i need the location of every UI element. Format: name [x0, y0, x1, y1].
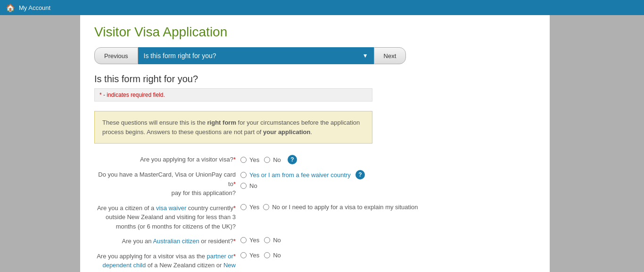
- required-marker-2: *: [233, 180, 236, 187]
- radio-q3-yes[interactable]: [240, 204, 247, 210]
- radio-q4-no[interactable]: [264, 237, 270, 243]
- radio-q1-no[interactable]: [264, 157, 270, 163]
- label-q3-yes[interactable]: Yes: [249, 204, 259, 211]
- answer-row-3-no: No or I need to apply for a visa to expl…: [263, 204, 418, 211]
- question-answers-1: Yes No ?: [240, 155, 297, 164]
- answer-row-5-yes: Yes: [240, 252, 259, 259]
- question-label-3: Are you a citizen of a visa waiver count…: [94, 204, 240, 231]
- question-answers-5: Yes No: [240, 252, 281, 259]
- radio-q2-no[interactable]: [240, 183, 247, 189]
- required-marker-3: *: [233, 204, 236, 212]
- page-title: Visitor Visa Application: [94, 25, 536, 40]
- answer-row-2-no: No: [240, 182, 365, 189]
- home-icon[interactable]: 🏠: [6, 3, 15, 12]
- required-note: * - indicates required field.: [94, 88, 372, 102]
- question-label-1: Are you applying for a visitor visa?*: [94, 155, 240, 164]
- radio-q2-yes[interactable]: [240, 172, 247, 178]
- page-outer: Visitor Visa Application Previous Is thi…: [0, 15, 644, 272]
- answer-row-2-yes: Yes or I am from a fee waiver country ?: [240, 170, 365, 179]
- radio-q3-no[interactable]: [263, 204, 269, 210]
- question-row-5: Are you applying for a visitor visa as t…: [94, 252, 536, 272]
- radio-q5-no[interactable]: [264, 252, 270, 258]
- australian-citizen-link[interactable]: Australian citizen: [153, 238, 199, 245]
- question-label-4: Are you an Australian citizen or residen…: [94, 237, 240, 246]
- questions-section: Are you applying for a visitor visa?* Ye…: [94, 155, 536, 272]
- answer-row-5-no: No: [264, 252, 281, 259]
- answer-row-1-yes: Yes: [240, 156, 259, 163]
- question-answers-4: Yes No: [240, 237, 281, 244]
- sidebar-right: [550, 15, 644, 272]
- radio-q5-yes[interactable]: [240, 252, 247, 258]
- nav-dropdown-label: Is this form right for you?: [144, 52, 216, 60]
- required-asterisk: *: [99, 92, 102, 98]
- chevron-down-icon: ▼: [363, 52, 368, 59]
- radio-q4-yes[interactable]: [240, 237, 247, 243]
- question-answers-2: Yes or I am from a fee waiver country ? …: [240, 170, 365, 189]
- sidebar-left: [0, 15, 80, 272]
- label-q5-yes[interactable]: Yes: [249, 252, 259, 259]
- my-account-link[interactable]: My Account: [19, 4, 50, 11]
- info-box-text: These questions will ensure this is the …: [102, 119, 360, 136]
- label-q2-no[interactable]: No: [249, 182, 257, 189]
- previous-button[interactable]: Previous: [94, 47, 138, 64]
- answer-row-1-no: No: [264, 156, 281, 163]
- label-q4-no[interactable]: No: [273, 237, 281, 244]
- required-marker-4: *: [233, 238, 236, 245]
- question-label-5: Are you applying for a visitor visa as t…: [94, 252, 240, 272]
- question-row-2: Do you have a MasterCard, Visa or UnionP…: [94, 170, 536, 198]
- label-q4-yes[interactable]: Yes: [249, 237, 259, 244]
- help-icon-q1[interactable]: ?: [288, 155, 297, 164]
- answer-row-4-no: No: [264, 237, 281, 244]
- dependent-child-link[interactable]: dependent child: [102, 262, 146, 269]
- question-row-3: Are you a citizen of a visa waiver count…: [94, 204, 536, 231]
- nav-bar: Previous Is this form right for you? ▼ N…: [94, 47, 536, 64]
- label-q1-yes[interactable]: Yes: [249, 156, 259, 163]
- nz-visa-holder-link[interactable]: NewZealand visa holder: [179, 262, 236, 272]
- label-q5-no[interactable]: No: [273, 252, 281, 259]
- top-bar: 🏠 My Account: [0, 0, 644, 15]
- question-row-4: Are you an Australian citizen or residen…: [94, 237, 536, 246]
- partner-link[interactable]: partner or: [207, 253, 233, 260]
- question-answers-3: Yes No or I need to apply for a visa to …: [240, 204, 418, 211]
- required-note-text: - indicates required field.: [103, 92, 165, 98]
- help-icon-q2[interactable]: ?: [355, 170, 365, 179]
- nav-dropdown[interactable]: Is this form right for you? ▼: [138, 47, 374, 64]
- info-box: These questions will ensure this is the …: [94, 111, 372, 144]
- section-title: Is this form right for you?: [94, 74, 536, 85]
- visa-waiver-link[interactable]: visa waiver: [156, 204, 186, 212]
- question-label-2: Do you have a MasterCard, Visa or UnionP…: [94, 170, 240, 198]
- main-content: Visitor Visa Application Previous Is thi…: [80, 15, 550, 272]
- label-q3-no[interactable]: No or I need to apply for a visa to expl…: [272, 204, 418, 211]
- answer-row-4-yes: Yes: [240, 237, 259, 244]
- radio-q1-yes[interactable]: [240, 157, 247, 163]
- required-marker-1: *: [233, 156, 236, 163]
- required-marker-5: *: [233, 253, 236, 260]
- question-row-1: Are you applying for a visitor visa?* Ye…: [94, 155, 536, 164]
- label-q2-yes[interactable]: Yes or I am from a fee waiver country: [249, 171, 351, 178]
- answer-row-3-yes: Yes: [240, 204, 259, 211]
- label-q1-no[interactable]: No: [273, 156, 281, 163]
- next-button[interactable]: Next: [374, 47, 406, 64]
